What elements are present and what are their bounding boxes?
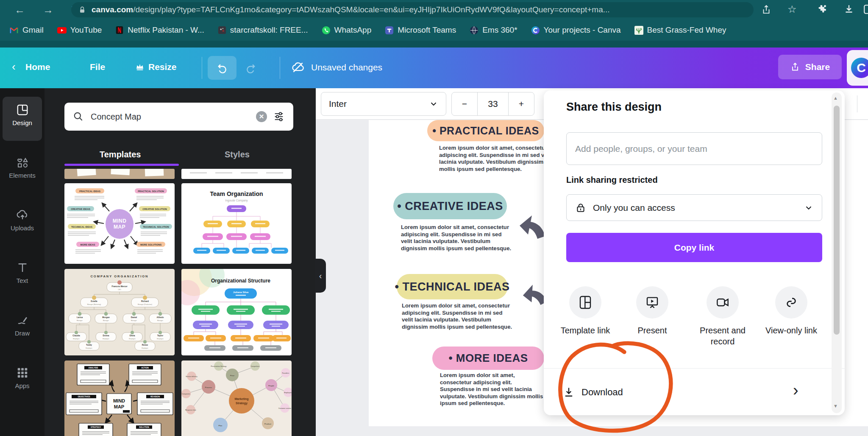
svg-text:People: People	[268, 385, 274, 387]
template-thumbnail-partial[interactable]	[181, 169, 292, 179]
tab-templates[interactable]: Templates	[100, 150, 141, 159]
canvas-pill-practical-ideas[interactable]: • PRACTICAL IDEAS	[427, 120, 544, 141]
svg-text:Claudia: Claudia	[72, 335, 80, 337]
svg-text:Employees: Employees	[284, 392, 292, 394]
chevron-down-icon	[804, 203, 813, 212]
template-thumbnail-team-organization[interactable]: Team Organization Ingoude Company	[181, 183, 292, 264]
template-thumbnail-mind-map[interactable]: MIND MAP PRACTICAL IDEAS CREATIVE IDEAS …	[64, 183, 175, 264]
template-thumbnail-organizational-structure[interactable]: Organizational Structure Juliana Silva	[181, 269, 292, 355]
present-and-record-option[interactable]: Present and record	[691, 286, 754, 347]
lock-icon	[78, 6, 86, 14]
canvas-body-text[interactable]: Lorem ipsum dolor sit amet, consectetur …	[401, 224, 514, 252]
svg-text:SOLUTION: SOLUTION	[139, 426, 149, 428]
copy-link-button[interactable]: Copy link	[566, 233, 822, 262]
url-path: /design/play?type=TAFLCnKg1mo&category=t…	[133, 5, 609, 14]
chrome-separator	[0, 41, 868, 48]
account-pill[interactable]: C	[847, 50, 868, 86]
extensions-puzzle-icon[interactable]	[816, 4, 827, 15]
save-status-text: Unsaved changes	[311, 62, 382, 73]
chevron-left-icon[interactable]: ‹	[12, 60, 16, 73]
bookmark-whatsapp[interactable]: WhatsApp	[322, 25, 372, 35]
chevron-down-icon	[429, 99, 438, 109]
redo-button[interactable]	[245, 62, 257, 74]
browser-back-icon[interactable]: ←	[14, 4, 25, 16]
bookmark-netflix[interactable]: Netflix Pakistan - W...	[115, 25, 204, 35]
add-people-input[interactable]	[566, 132, 822, 165]
sidebar-item-apps[interactable]: Apps	[0, 366, 45, 389]
present-option[interactable]: Present	[620, 286, 684, 336]
svg-text:Plan: Plan	[219, 425, 223, 427]
browser-download-icon[interactable]	[843, 4, 854, 15]
svg-text:Olivia: Olivia	[129, 335, 135, 337]
bookmark-whey[interactable]: Best Grass-Fed Whey	[634, 25, 726, 35]
svg-text:ANALYSIS: ANALYSIS	[89, 367, 98, 369]
canvas-body-text[interactable]: Lorem ipsum dolor sit amet, consectetur …	[440, 372, 547, 407]
template-thumbnail-kraft-mind-map[interactable]: ANALYSIS ACTION OBJECTIVES REVISION MIND…	[64, 361, 175, 436]
popup-scrollbar-thumb[interactable]	[834, 106, 840, 335]
search-input[interactable]	[90, 112, 250, 122]
scroll-down-icon[interactable]: ▼	[833, 403, 838, 408]
file-menu-button[interactable]: File	[90, 62, 105, 72]
font-size-stepper: − 33 +	[451, 92, 534, 116]
present-icon	[645, 296, 659, 309]
svg-text:Response time: Response time	[185, 409, 196, 411]
bookmark-gmail[interactable]: Gmail	[9, 25, 44, 35]
scroll-up-icon[interactable]: ▲	[833, 95, 838, 101]
filter-sliders-icon[interactable]	[273, 111, 285, 123]
canvas-pill-creative-ideas[interactable]: • CREATIVE IDEAS	[393, 193, 507, 219]
template-thumbnail-partial[interactable]	[64, 169, 175, 179]
font-size-decrease-button[interactable]: −	[452, 92, 477, 115]
view-only-link-option[interactable]: View-only link	[760, 286, 823, 336]
bookmark-youtube[interactable]: YouTube	[57, 25, 102, 35]
draw-pen-icon	[16, 314, 29, 327]
sidebar-item-uploads[interactable]: Uploads	[0, 209, 45, 232]
home-button[interactable]: Home	[25, 62, 50, 72]
svg-text:COMPANY ORGANIZATION: COMPANY ORGANIZATION	[90, 274, 148, 278]
sidebar-item-text[interactable]: Text	[0, 261, 45, 284]
template-search-box[interactable]: ✕	[64, 103, 293, 131]
panel-collapse-handle[interactable]: ‹	[315, 259, 326, 293]
tab-styles[interactable]: Styles	[225, 150, 250, 159]
access-dropdown[interactable]: Only you can access	[566, 194, 822, 221]
sidebar-item-elements[interactable]: Elements	[0, 156, 45, 179]
gmail-icon	[9, 26, 19, 34]
sidebar-item-design[interactable]: Design	[0, 103, 45, 126]
font-size-value[interactable]: 33	[477, 92, 509, 115]
bookmark-ems360[interactable]: Ems 360*	[470, 25, 517, 35]
chevron-right-icon[interactable]: ›	[793, 381, 798, 400]
canvas-body-text[interactable]: Lorem ipsum dolor sit amet, consectetur …	[439, 145, 553, 173]
template-link-option[interactable]: Template link	[554, 286, 617, 336]
download-annotation-circle	[549, 339, 684, 436]
template-thumbnail-company-organization[interactable]: COMPANY ORGANIZATION Francois MercerCEO …	[64, 269, 175, 355]
font-size-increase-button[interactable]: +	[509, 92, 534, 115]
browser-forward-icon[interactable]: →	[43, 4, 53, 16]
app-root: ← → ↻ canva.com/design/play?type=TAFLCnK…	[0, 0, 868, 436]
clear-search-icon[interactable]: ✕	[256, 111, 267, 122]
address-bar[interactable]: canva.com/design/play?type=TAFLCnKg1mo&c…	[71, 2, 754, 17]
sidebar-item-draw[interactable]: Draw	[0, 314, 45, 337]
bookmark-star-icon[interactable]: ☆	[787, 3, 797, 15]
browser-profile-icon[interactable]	[863, 4, 868, 15]
canvas-body-text[interactable]: Lorem ipsum dolor sit amet, consectetur …	[402, 302, 515, 330]
undo-button[interactable]	[208, 56, 236, 80]
svg-text:Daniel: Daniel	[131, 316, 137, 319]
starcraft-icon	[218, 26, 226, 34]
plant-icon	[634, 26, 643, 35]
whatsapp-icon	[322, 26, 331, 35]
bookmark-canva-projects[interactable]: Your projects - Canva	[531, 25, 621, 35]
svg-text:Employee: Employee	[73, 338, 80, 340]
svg-text:MORE IDEAS: MORE IDEAS	[81, 243, 95, 246]
browser-share-icon[interactable]	[761, 4, 772, 15]
bookmark-starcraft[interactable]: starcraftskoll: FREE...	[218, 25, 308, 35]
canvas-pill-more-ideas[interactable]: • MORE IDEAS	[432, 347, 544, 370]
svg-text:MIND: MIND	[113, 398, 125, 403]
templates-panel: ✕ Templates Styles	[45, 88, 316, 436]
svg-text:Founders: Founders	[282, 372, 289, 374]
canvas-pill-technical-ideas[interactable]: • TECHNICAL IDEAS	[397, 274, 508, 299]
font-family-select[interactable]: Inter	[321, 92, 446, 116]
resize-button[interactable]: Resize	[148, 62, 177, 72]
canva-logo: C	[851, 58, 868, 78]
share-button[interactable]: Share	[778, 55, 842, 79]
template-thumbnail-marketing-strategy[interactable]: Presentation Strategy Competitors Servic…	[181, 361, 292, 436]
bookmark-teams[interactable]: Microsoft Teams	[385, 25, 456, 35]
